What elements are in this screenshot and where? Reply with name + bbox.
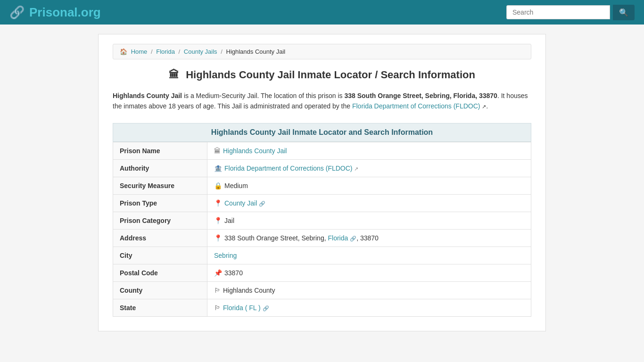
table-row: Postal Code📌33870 (113, 264, 531, 281)
page-title: 🏛 Highlands County Jail Inmate Locator /… (113, 69, 531, 81)
search-area: 🔍 (506, 5, 635, 20)
home-icon: 🏠 (120, 48, 127, 55)
table-row: Prison Type📍County Jail 🔗 (113, 194, 531, 212)
logo-area: 🔗 Prisonal.org (9, 5, 101, 20)
breadcrumb-home[interactable]: Home (131, 48, 148, 55)
logo-icon: 🔗 (9, 5, 25, 20)
table-value: 🏦Florida Department of Corrections (FLDO… (207, 159, 531, 177)
table-value: 🏛Highlands County Jail (207, 142, 531, 159)
table-value: 📌33870 (207, 264, 531, 281)
main-content: 🏠 Home / Florida / County Jails / Highla… (98, 34, 546, 331)
table-value: 🏳Florida ( FL ) 🔗 (207, 299, 531, 316)
value-link[interactable]: Florida ( FL ) (223, 304, 261, 312)
jail-name-bold: Highlands County Jail (113, 92, 182, 99)
section-header: Highlands County Jail Inmate Locator and… (113, 123, 531, 142)
cell-icon: 🏦 (214, 165, 222, 172)
cell-icon: 📍 (214, 199, 222, 207)
search-input[interactable] (506, 5, 610, 19)
table-value: 📍County Jail 🔗 (207, 194, 531, 212)
table-label: Prison Category (113, 212, 207, 229)
value-link[interactable]: County Jail (224, 199, 257, 207)
breadcrumb-florida[interactable]: Florida (156, 48, 175, 55)
value-link[interactable]: Highlands County Jail (223, 147, 287, 155)
cell-icon: 🏳 (214, 304, 221, 312)
table-label: Authority (113, 159, 207, 177)
table-label: Postal Code (113, 264, 207, 281)
table-label: Prison Type (113, 194, 207, 212)
table-value: 📍Jail (207, 212, 531, 229)
table-label: State (113, 299, 207, 316)
site-header: 🔗 Prisonal.org 🔍 (0, 0, 644, 25)
table-value: Sebring (207, 247, 531, 264)
table-row: Address📍338 South Orange Street, Sebring… (113, 229, 531, 247)
table-row: Prison Category📍Jail (113, 212, 531, 229)
logo-text: Prisonal.org (29, 5, 101, 20)
cell-icon: 📍 (214, 234, 222, 242)
description-intro: is a Medium-Security Jail. The location … (182, 92, 344, 99)
breadcrumb: 🏠 Home / Florida / County Jails / Highla… (113, 44, 531, 59)
table-label: County (113, 281, 207, 299)
value-text: Medium (224, 182, 248, 189)
logo-brand[interactable]: Prisonal (29, 5, 78, 19)
description-end: . (486, 102, 488, 110)
breadcrumb-current: Highlands County Jail (226, 48, 286, 55)
table-row: State🏳Florida ( FL ) 🔗 (113, 299, 531, 316)
table-row: CitySebring (113, 247, 531, 264)
table-value: 🔒Medium (207, 177, 531, 194)
breadcrumb-county-jails[interactable]: County Jails (184, 48, 217, 55)
description-paragraph: Highlands County Jail is a Medium-Securi… (113, 90, 531, 112)
value-text: 33870 (224, 269, 243, 277)
value-text: Jail (224, 217, 234, 224)
cell-icon: 🏳 (214, 287, 221, 294)
cell-icon: 📌 (214, 269, 222, 277)
table-row: County🏳Highlands County (113, 281, 531, 299)
value-link[interactable]: Sebring (214, 252, 237, 259)
table-label: Prison Name (113, 142, 207, 159)
table-label: Address (113, 229, 207, 247)
table-value: 📍338 South Orange Street, Sebring, Flori… (207, 229, 531, 247)
table-row: Authority🏦Florida Department of Correcti… (113, 159, 531, 177)
authority-link[interactable]: Florida Department of Corrections (FLDOC… (352, 102, 480, 110)
table-value: 🏳Highlands County (207, 281, 531, 299)
cell-icon: 🏛 (214, 147, 221, 155)
value-link[interactable]: Florida Department of Corrections (FLDOC… (224, 165, 353, 172)
address-bold: 338 South Orange Street, Sebring, Florid… (344, 92, 497, 99)
table-label: Security Measure (113, 177, 207, 194)
table-row: Security Measure🔒Medium (113, 177, 531, 194)
logo-domain: .org (78, 5, 101, 19)
building-icon: 🏛 (169, 69, 179, 81)
search-button[interactable]: 🔍 (613, 5, 635, 20)
cell-icon: 📍 (214, 217, 222, 224)
table-row: Prison Name🏛Highlands County Jail (113, 142, 531, 159)
value-text: Highlands County (223, 287, 275, 294)
table-label: City (113, 247, 207, 264)
cell-icon: 🔒 (214, 182, 222, 189)
florida-link[interactable]: Florida (328, 234, 348, 242)
external-link-icon: ↗ (482, 104, 486, 109)
info-table: Prison Name🏛Highlands County JailAuthori… (113, 142, 531, 317)
